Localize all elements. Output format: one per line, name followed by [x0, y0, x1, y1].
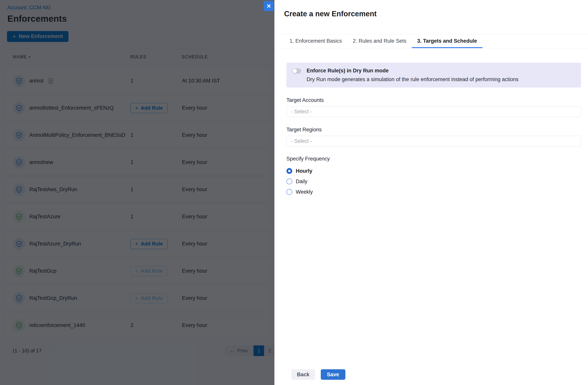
frequency-option-label: Weekly: [296, 189, 313, 195]
dry-run-title: Enforce Rule(s) in Dry Run mode: [307, 68, 519, 74]
radio-icon[interactable]: [286, 189, 292, 195]
column-header-rules: RULES: [130, 54, 182, 60]
save-button[interactable]: Save: [321, 369, 345, 380]
table-row[interactable]: RajTestGcp_DryRun + Add Rule Every hour: [5, 285, 269, 311]
schedule-cell: Every hour: [182, 322, 269, 328]
pagination: (1 - 10) of 17 ← Prev 12: [5, 345, 269, 356]
frequency-option-label: Hourly: [296, 168, 313, 174]
rules-cell: + Add Rule: [130, 103, 182, 113]
back-button[interactable]: Back: [292, 369, 315, 380]
name-cell: anmolnew: [13, 157, 130, 168]
shield-check-icon: [13, 265, 25, 277]
enforcement-name: relicxenforcement_1440: [29, 322, 85, 328]
shield-check-icon: [13, 211, 25, 223]
frequency-label: Specify Frequency: [286, 156, 581, 162]
copy-note-icon[interactable]: [48, 78, 54, 84]
rules-count: 1: [130, 186, 133, 192]
target-regions-label: Target Regions: [286, 127, 581, 133]
table-row[interactable]: anmollisttest_Enforcement_sFENzQ + Add R…: [5, 95, 269, 121]
rules-count: 1: [130, 132, 133, 138]
table-row[interactable]: RajTestAzure_DryRun + Add Rule Every hou…: [5, 231, 269, 256]
rules-count: 1: [130, 159, 133, 165]
plus-icon: +: [12, 33, 16, 40]
enforcement-name: anmol: [29, 78, 44, 84]
name-cell: RajTestAzure_DryRun: [13, 238, 130, 250]
frequency-section: Specify Frequency HourlyDailyWeekly: [286, 156, 581, 197]
tab-2[interactable]: 2. Rules and Rule Sets: [347, 34, 412, 48]
table-header: NAME ▾ RULES SCHEDULE: [5, 49, 269, 65]
prev-page-button[interactable]: ← Prev: [224, 345, 253, 356]
drawer-content: Enforce Rule(s) in Dry Run mode Dry Run …: [274, 48, 588, 197]
schedule-cell: Every hour: [182, 186, 269, 192]
account-breadcrumb-link[interactable]: Account: CCM-NG: [7, 5, 51, 11]
shield-check-icon: [13, 319, 25, 331]
frequency-option-label: Daily: [296, 179, 307, 184]
schedule-cell: Every hour: [182, 268, 269, 274]
tab-3[interactable]: 3. Targets and Schedule: [412, 34, 483, 48]
rules-cell: + Add Rule: [130, 266, 182, 276]
radio-selected-icon[interactable]: [286, 168, 292, 174]
page-button-2[interactable]: 2: [264, 345, 275, 356]
rules-cell: 1: [130, 78, 182, 84]
rules-cell: + Add Rule: [130, 293, 182, 303]
shield-check-icon: [13, 102, 25, 114]
table-row[interactable]: RajTestGcp + Add Rule Every hour: [5, 258, 269, 284]
sort-caret-icon: ▾: [29, 55, 31, 59]
radio-icon[interactable]: [286, 179, 292, 184]
add-rule-button[interactable]: + Add Rule: [130, 266, 167, 276]
enforcements-page: Account: CCM-NG Enforcements + New Enfor…: [0, 0, 274, 385]
schedule-cell: Every hour: [182, 105, 269, 111]
arrow-left-icon: ←: [230, 348, 235, 354]
name-cell: RajTestGcp_DryRun: [13, 292, 130, 304]
frequency-options: HourlyDailyWeekly: [286, 166, 581, 197]
toggle-knob: [293, 69, 297, 73]
enforcement-name: anmolnew: [29, 159, 53, 165]
tab-1[interactable]: 1. Enforcement Basics: [284, 34, 347, 48]
page-title: Enforcements: [7, 13, 267, 24]
enforcement-name: AnmolMultiPolicy_Enforcement_BNESsD: [29, 132, 125, 138]
enforcement-name: RajTestGcp: [29, 268, 56, 274]
target-accounts-field: Target Accounts - Select -: [286, 97, 581, 117]
enforcement-name: RajTestGcp_DryRun: [29, 295, 77, 301]
frequency-option-weekly[interactable]: Weekly: [286, 187, 581, 197]
pagination-range: (1 - 10) of 17: [13, 348, 42, 354]
table-row[interactable]: AnmolMultiPolicy_Enforcement_BNESsD 1 Ev…: [5, 122, 269, 148]
target-accounts-placeholder: - Select -: [291, 109, 312, 115]
table-body: anmol 1 At 10:30 AM IST: [5, 68, 269, 338]
page-button-1[interactable]: 1: [253, 345, 264, 356]
plus-icon: +: [135, 268, 138, 274]
dry-run-banner: Enforce Rule(s) in Dry Run mode Dry Run …: [286, 63, 581, 88]
table-row[interactable]: anmolnew 1 Every hour: [5, 150, 269, 175]
add-rule-button[interactable]: + Add Rule: [130, 103, 167, 113]
add-rule-button[interactable]: + Add Rule: [130, 293, 167, 303]
schedule-cell: Every hour: [182, 214, 269, 220]
plus-icon: +: [135, 105, 138, 111]
table-row[interactable]: anmol 1 At 10:30 AM IST: [5, 68, 269, 93]
dry-run-description: Dry Run mode generates a simulation of t…: [307, 76, 519, 83]
new-enforcement-button[interactable]: + New Enforcement: [7, 31, 68, 42]
schedule-cell: At 10:30 AM IST: [182, 78, 269, 84]
dry-run-toggle[interactable]: [292, 68, 301, 73]
page-buttons: 12: [253, 345, 275, 356]
close-icon: ✕: [266, 3, 271, 9]
new-enforcement-label: New Enforcement: [19, 33, 63, 39]
drawer-header: Create a new Enforcement: [274, 0, 588, 34]
frequency-option-daily[interactable]: Daily: [286, 176, 581, 187]
frequency-option-hourly[interactable]: Hourly: [286, 166, 581, 176]
column-header-schedule: SCHEDULE: [182, 54, 269, 60]
enforcement-name: anmollisttest_Enforcement_sFENzQ: [29, 105, 114, 111]
add-rule-button[interactable]: + Add Rule: [130, 239, 167, 249]
close-button[interactable]: ✕: [264, 1, 274, 11]
table-row[interactable]: RajTestAws_DryRun 1 Every hour: [5, 177, 269, 202]
column-header-name[interactable]: NAME ▾: [13, 54, 130, 60]
target-accounts-select[interactable]: - Select -: [286, 106, 581, 117]
page-header: Account: CCM-NG Enforcements: [0, 0, 274, 24]
create-enforcement-drawer: ✕ Create a new Enforcement 1. Enforcemen…: [274, 0, 588, 385]
shield-check-icon: [13, 129, 25, 141]
table-row[interactable]: relicxenforcement_1440 2 Every hour: [5, 313, 269, 338]
name-cell: anmollisttest_Enforcement_sFENzQ: [13, 102, 130, 114]
table-row[interactable]: RajTestAzure 1 Every hour: [5, 204, 269, 229]
name-cell: RajTestAzure: [13, 211, 130, 223]
target-regions-select[interactable]: - Select -: [286, 136, 581, 147]
shield-check-icon: [13, 75, 25, 87]
